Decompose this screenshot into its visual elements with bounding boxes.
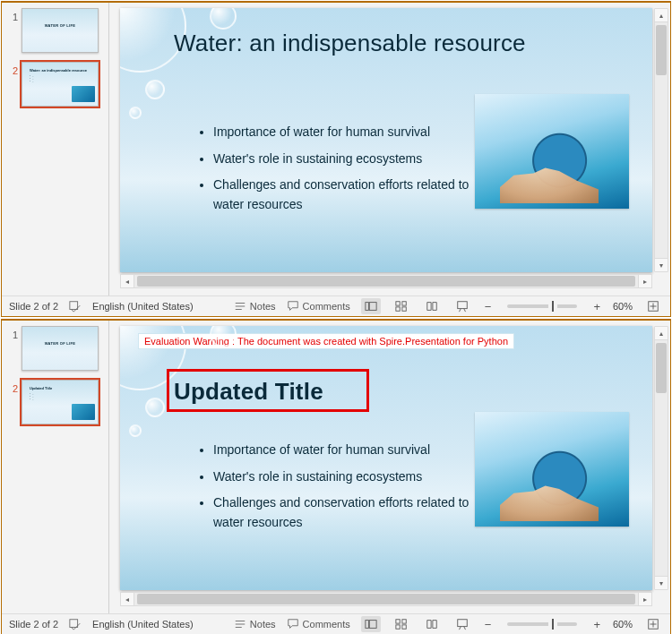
fit-to-window-button[interactable] (643, 298, 663, 314)
comments-button[interactable]: Comments (287, 618, 350, 630)
thumb-title: WATER OF LIFE (26, 341, 94, 346)
bullet-item[interactable]: Importance of water for human survival (213, 441, 500, 460)
zoom-in-button[interactable]: + (591, 300, 602, 313)
slideshow-view-button[interactable] (452, 616, 472, 632)
slide-count-indicator: Slide 2 of 2 (9, 301, 58, 312)
bullet-item[interactable]: Water's role in sustaining ecosystems (213, 467, 500, 487)
vertical-scroll-thumb[interactable] (656, 343, 667, 393)
svg-line-25 (459, 627, 461, 630)
scroll-down-button[interactable]: ▾ (655, 258, 668, 271)
horizontal-scroll-thumb[interactable] (137, 594, 635, 604)
status-language[interactable]: English (United States) (92, 301, 194, 312)
horizontal-scrollbar[interactable]: ◂ ▸ (120, 274, 652, 288)
svg-rect-7 (402, 302, 406, 305)
horizontal-scroll-thumb[interactable] (137, 276, 635, 287)
scroll-left-button[interactable]: ◂ (121, 275, 134, 287)
svg-rect-21 (402, 620, 406, 623)
scroll-up-button[interactable]: ▴ (655, 9, 668, 22)
vertical-scrollbar[interactable]: ▴ ▾ (654, 8, 668, 272)
spellcheck-icon[interactable] (69, 300, 82, 313)
horizontal-scrollbar[interactable]: ◂ ▸ (120, 592, 652, 606)
slide-image[interactable] (475, 94, 629, 209)
slide-thumbnail-2[interactable]: Water: an indispensable resource • ___• … (22, 62, 99, 107)
notes-button[interactable]: Notes (234, 618, 276, 630)
vertical-scrollbar[interactable]: ▴ ▾ (654, 326, 668, 590)
normal-view-button[interactable] (361, 616, 381, 632)
slide-thumbnail-2[interactable]: Updated Title • ___• ___• ___ (22, 380, 99, 424)
svg-line-11 (459, 309, 461, 313)
reading-view-button[interactable] (422, 298, 442, 314)
notes-label: Notes (250, 301, 276, 312)
thumb-lines: • ___• ___• ___ (30, 74, 94, 82)
evaluation-warning-banner: Evaluation Warning : The document was cr… (138, 333, 514, 349)
status-bar: Slide 2 of 2 English (United States) Not… (2, 296, 670, 316)
slide-title-text[interactable]: Updated Title (174, 378, 323, 406)
comments-label: Comments (303, 301, 350, 312)
slide-canvas[interactable]: Water: an indispensable resource Importa… (120, 8, 652, 272)
slide-bullets[interactable]: Importance of water for human survival W… (177, 123, 500, 222)
thumbnail-number: 2 (2, 65, 22, 76)
comments-button[interactable]: Comments (287, 300, 350, 313)
bubble-decor (129, 424, 142, 437)
svg-rect-20 (396, 620, 400, 623)
slide-thumbnail-1[interactable]: WATER OF LIFE (22, 8, 99, 53)
slidesorter-view-button[interactable] (392, 616, 411, 632)
zoom-out-button[interactable]: − (483, 618, 494, 631)
thumbnail-number: 1 (2, 330, 22, 340)
zoom-out-button[interactable]: − (483, 300, 494, 313)
thumb-title: Water: an indispensable resource (30, 68, 92, 73)
notes-button[interactable]: Notes (234, 300, 276, 313)
slideshow-view-button[interactable] (452, 298, 472, 314)
thumbnail-number: 2 (2, 383, 22, 394)
bullet-item[interactable]: Water's role in sustaining ecosystems (213, 150, 500, 169)
thumb-title: Updated Title (30, 386, 92, 390)
zoom-slider[interactable] (507, 622, 577, 626)
status-bar: Slide 2 of 2 English (United States) Not… (2, 613, 670, 634)
zoom-slider[interactable] (507, 304, 577, 308)
scroll-down-button[interactable]: ▾ (655, 576, 668, 589)
svg-rect-18 (366, 621, 369, 629)
normal-view-button[interactable] (361, 298, 381, 314)
bullet-item[interactable]: Challenges and conservation efforts rela… (213, 493, 500, 532)
svg-rect-22 (396, 625, 400, 629)
editor-row: 1 WATER OF LIFE 2 Updated Title • ___• _… (2, 321, 670, 613)
vertical-scroll-thumb[interactable] (656, 25, 667, 75)
scroll-right-button[interactable]: ▸ (638, 275, 651, 287)
reading-view-button[interactable] (422, 616, 442, 632)
slide-thumbnail-panel: 1 WATER OF LIFE 2 Water: an indispensabl… (2, 3, 109, 296)
zoom-percentage[interactable]: 60% (613, 301, 633, 312)
bullet-item[interactable]: Challenges and conservation efforts rela… (213, 176, 500, 214)
thumbnail-number: 1 (2, 12, 22, 22)
slide-canvas[interactable]: Evaluation Warning : The document was cr… (120, 326, 652, 590)
slide-editor-area: Water: an indispensable resource Importa… (109, 3, 670, 296)
slide-image[interactable] (475, 412, 629, 527)
slide-title-text[interactable]: Water: an indispensable resource (174, 30, 526, 57)
svg-rect-23 (402, 625, 406, 629)
zoom-slider-thumb[interactable] (548, 619, 557, 630)
zoom-percentage[interactable]: 60% (613, 619, 633, 630)
scroll-up-button[interactable]: ▴ (655, 327, 668, 340)
bubble-decor (145, 80, 165, 99)
spellcheck-icon[interactable] (69, 618, 82, 630)
thumbnail-item: 1 WATER OF LIFE (2, 326, 108, 371)
svg-rect-4 (366, 303, 369, 311)
slide-thumbnail-1[interactable]: WATER OF LIFE (22, 326, 99, 371)
thumb-image (72, 404, 95, 420)
fit-to-window-button[interactable] (643, 616, 663, 632)
slide-editor-area: Evaluation Warning : The document was cr… (109, 321, 670, 613)
slide-bullets[interactable]: Importance of water for human survival W… (177, 441, 500, 540)
slidesorter-view-button[interactable] (392, 298, 411, 314)
powerpoint-window-after: 1 WATER OF LIFE 2 Updated Title • ___• _… (1, 319, 671, 634)
scroll-left-button[interactable]: ◂ (121, 593, 134, 605)
bullet-item[interactable]: Importance of water for human survival (213, 123, 500, 142)
scroll-right-button[interactable]: ▸ (638, 593, 651, 605)
svg-rect-10 (458, 302, 468, 309)
svg-line-26 (464, 627, 466, 630)
bubble-decor (129, 107, 142, 119)
svg-rect-0 (70, 302, 78, 310)
status-language[interactable]: English (United States) (92, 619, 194, 630)
comments-label: Comments (303, 619, 350, 630)
svg-rect-9 (402, 307, 406, 311)
zoom-slider-thumb[interactable] (548, 301, 557, 312)
zoom-in-button[interactable]: + (591, 618, 602, 631)
